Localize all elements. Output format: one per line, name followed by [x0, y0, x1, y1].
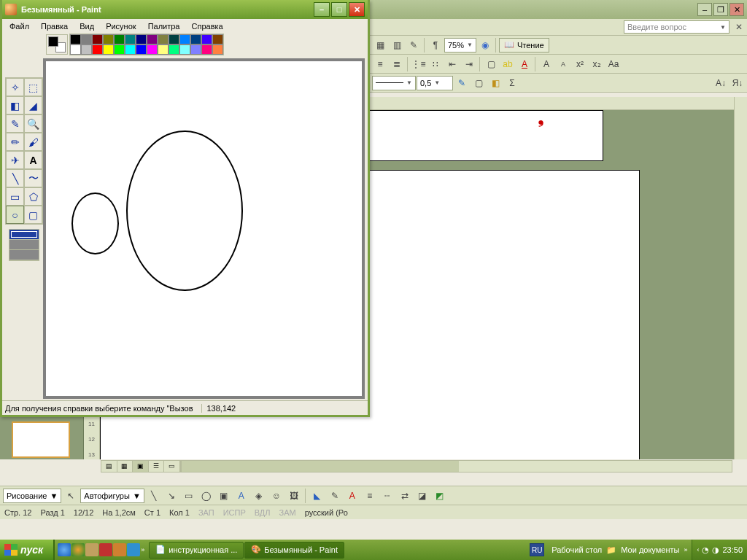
- tray-icon-1[interactable]: ◔: [702, 545, 709, 555]
- menu-image[interactable]: Рисунок: [101, 20, 141, 32]
- desk-expand-icon[interactable]: »: [684, 546, 687, 553]
- color-swatch[interactable]: [190, 44, 201, 55]
- doc-close-button[interactable]: ✕: [735, 22, 743, 32]
- pilcrow-icon[interactable]: ¶: [427, 37, 444, 53]
- color-swatch[interactable]: [136, 44, 147, 55]
- arrow-style-icon[interactable]: ⇄: [397, 488, 413, 504]
- ie-icon[interactable]: [58, 543, 71, 556]
- tray-expand-icon[interactable]: ‹: [697, 546, 699, 553]
- fill-style-options[interactable]: [9, 229, 39, 261]
- horizontal-scrollbar[interactable]: [181, 460, 732, 472]
- eyedropper-tool[interactable]: ✎: [6, 114, 24, 133]
- color-swatch[interactable]: [158, 44, 169, 55]
- web-view-icon[interactable]: ▦: [117, 461, 133, 472]
- dash-style-icon[interactable]: ┄: [379, 488, 395, 504]
- menu-file[interactable]: Файл: [5, 20, 34, 32]
- fill-outline-only[interactable]: [9, 230, 39, 240]
- borders-icon[interactable]: ▢: [483, 56, 499, 72]
- word-restore-button[interactable]: ❐: [713, 3, 728, 16]
- line-tool[interactable]: ╲: [6, 169, 24, 187]
- picture-icon[interactable]: 🖼: [286, 488, 302, 504]
- my-documents-link[interactable]: Мои документы: [621, 545, 679, 554]
- change-case-icon[interactable]: Aa: [605, 56, 622, 72]
- color-swatch[interactable]: [212, 44, 223, 55]
- help-search-input[interactable]: Введите вопрос ▼: [624, 20, 729, 34]
- line-style-combo[interactable]: ▼: [372, 76, 416, 90]
- color-swatch[interactable]: [114, 34, 125, 44]
- color-swatch[interactable]: [201, 44, 212, 55]
- color-swatch[interactable]: [103, 34, 114, 44]
- numbering-icon[interactable]: ⋮≡: [411, 56, 427, 72]
- bullets-icon[interactable]: ∷: [427, 56, 444, 72]
- outline-view-icon[interactable]: ☰: [149, 461, 165, 472]
- eraser-tool[interactable]: ◧: [6, 96, 24, 114]
- fill-outline-fill[interactable]: [9, 240, 39, 250]
- font-color-icon[interactable]: A: [516, 56, 533, 72]
- paint-fgbg-swatch[interactable]: [46, 34, 68, 55]
- color-swatch[interactable]: [70, 34, 81, 44]
- clipart-icon[interactable]: ☺: [268, 488, 285, 504]
- shadow-icon[interactable]: ◪: [414, 488, 430, 504]
- oval-tool-icon[interactable]: ◯: [198, 488, 214, 504]
- shrink-font-icon[interactable]: A: [555, 56, 571, 72]
- color-swatch[interactable]: [92, 44, 103, 55]
- text-tool[interactable]: A: [24, 151, 42, 169]
- paint-titlebar[interactable]: Безымянный - Paint – □ ✕: [2, 0, 368, 19]
- word-close-button[interactable]: ✕: [729, 3, 744, 16]
- airbrush-tool[interactable]: ✈: [6, 151, 24, 169]
- thumbnail-page[interactable]: [12, 421, 70, 458]
- zoom-combo[interactable]: 75%▼: [444, 38, 476, 52]
- color-swatch[interactable]: [169, 44, 179, 55]
- fill-tool[interactable]: ◢: [24, 96, 42, 114]
- ql-expand-icon[interactable]: »: [141, 546, 144, 553]
- rounded-rect-tool[interactable]: ▢: [24, 206, 42, 224]
- color-swatch[interactable]: [136, 34, 147, 44]
- taskbar-button-word[interactable]: 📄 инструкционная ...: [149, 542, 244, 559]
- sort-asc-icon[interactable]: A↓: [713, 75, 729, 91]
- wordart-icon[interactable]: A: [233, 488, 249, 504]
- color-swatch[interactable]: [92, 34, 103, 44]
- menu-colors[interactable]: Палитра: [144, 20, 185, 32]
- desktop-toolbar-label[interactable]: Рабочий стол: [551, 545, 602, 554]
- menu-help[interactable]: Справка: [187, 20, 228, 32]
- color-swatch[interactable]: [158, 34, 169, 44]
- textbox-tool-icon[interactable]: ▣: [216, 488, 232, 504]
- decrease-indent-icon[interactable]: ⇤: [444, 56, 460, 72]
- ql-icon-4[interactable]: [99, 543, 112, 556]
- show-desktop-icon[interactable]: [85, 543, 98, 556]
- print-view-icon[interactable]: ▣: [133, 461, 149, 472]
- curve-tool[interactable]: 〜: [24, 169, 42, 187]
- menu-edit[interactable]: Правка: [36, 20, 72, 32]
- language-indicator[interactable]: RU: [530, 543, 544, 556]
- color-swatch[interactable]: [70, 44, 81, 55]
- subscript-icon[interactable]: x₂: [589, 56, 605, 72]
- taskbar-button-paint[interactable]: 🎨 Безымянный - Paint: [244, 542, 344, 559]
- color-swatch[interactable]: [201, 34, 212, 44]
- drawing-icon[interactable]: ✎: [406, 37, 422, 53]
- color-swatch[interactable]: [81, 44, 92, 55]
- line-style-icon[interactable]: ≡: [362, 488, 378, 504]
- color-swatch[interactable]: [179, 34, 190, 44]
- grow-font-icon[interactable]: A: [538, 56, 554, 72]
- word-minimize-button[interactable]: –: [697, 3, 712, 16]
- superscript-icon[interactable]: x²: [572, 56, 588, 72]
- autosum-icon[interactable]: Σ: [504, 75, 520, 91]
- color-swatch[interactable]: [81, 34, 92, 44]
- sort-desc-icon[interactable]: Я↓: [729, 75, 746, 91]
- color-swatch[interactable]: [147, 44, 158, 55]
- color-swatch[interactable]: [190, 34, 201, 44]
- rect-select-tool[interactable]: ⬚: [24, 78, 42, 96]
- color-swatch[interactable]: [103, 44, 114, 55]
- highlight-icon[interactable]: ab: [500, 56, 516, 72]
- paint-close-button[interactable]: ✕: [349, 2, 365, 17]
- rectangle-tool[interactable]: ▭: [6, 187, 24, 206]
- media-player-icon[interactable]: [71, 543, 85, 556]
- tray-icon-2[interactable]: ◑: [712, 545, 719, 555]
- drawing-menu[interactable]: Рисование▼: [3, 489, 61, 503]
- menu-view[interactable]: Вид: [75, 20, 98, 32]
- start-button[interactable]: пуск: [0, 540, 55, 560]
- vertical-scrollbar[interactable]: [734, 97, 747, 459]
- line-weight-combo[interactable]: 0,5▼: [417, 76, 453, 90]
- tray-clock[interactable]: 23:50: [722, 545, 743, 554]
- line-color-icon[interactable]: ✎: [454, 75, 470, 91]
